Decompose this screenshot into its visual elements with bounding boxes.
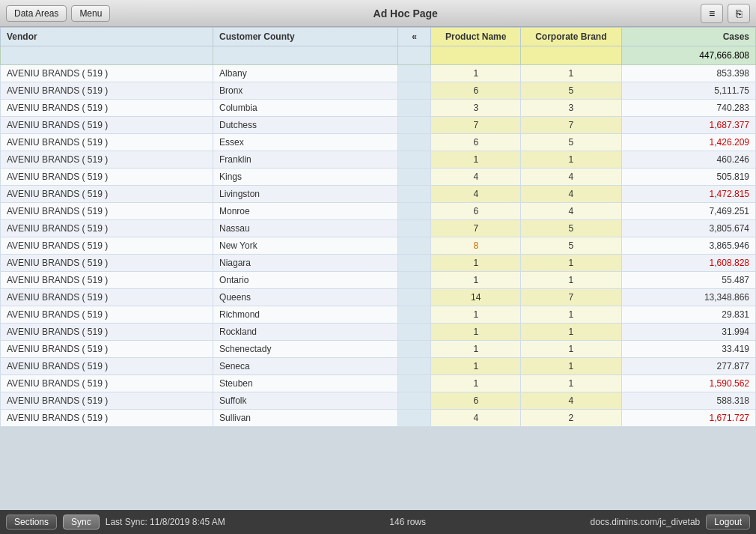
cases-cell: 1,671.727: [621, 410, 755, 427]
sync-button[interactable]: Sync: [63, 515, 100, 530]
vendor-cell: AVENIU BRANDS ( 519 ): [1, 341, 213, 358]
county-cell: Livingston: [213, 186, 398, 203]
share-icon-button[interactable]: ⎘: [728, 4, 750, 23]
product-cell: 6: [431, 134, 521, 151]
product-cell: 1: [431, 255, 521, 272]
product-cell: 1: [431, 375, 521, 392]
county-cell: Bronx: [213, 82, 398, 100]
product-cell: 14: [431, 289, 521, 306]
table-row: AVENIU BRANDS ( 519 )Rockland1131.994: [1, 324, 756, 341]
table-row: AVENIU BRANDS ( 519 )Kings44505.819: [1, 169, 756, 186]
county-cell: Queens: [213, 289, 398, 306]
arrow-cell: [397, 186, 431, 203]
subtotal-corporate-empty: [521, 46, 622, 65]
product-cell: 6: [431, 203, 521, 220]
corporate-cell: 4: [521, 392, 622, 410]
subtotal-county-empty: [213, 46, 398, 65]
table-scroll-area[interactable]: Vendor Customer County « Product Name Co…: [0, 27, 756, 510]
table-row: AVENIU BRANDS ( 519 )Albany11853.398: [1, 65, 756, 82]
arrow-cell: [397, 117, 431, 134]
table-row: AVENIU BRANDS ( 519 )Franklin11460.246: [1, 151, 756, 169]
cases-cell: 505.819: [621, 169, 755, 186]
table-row: AVENIU BRANDS ( 519 )Suffolk64588.318: [1, 392, 756, 410]
subtotal-arrow-empty: [397, 46, 431, 65]
vendor-cell: AVENIU BRANDS ( 519 ): [1, 169, 213, 186]
vendor-cell: AVENIU BRANDS ( 519 ): [1, 272, 213, 289]
app-footer: Sections Sync Last Sync: 11/8/2019 8:45 …: [0, 510, 756, 534]
cases-cell: 1,426.209: [621, 134, 755, 151]
product-cell: 1: [431, 151, 521, 169]
website-url: docs.dimins.com/jc_divetab: [591, 517, 701, 527]
corporate-cell: 2: [521, 410, 622, 427]
corporate-cell: 7: [521, 289, 622, 306]
hamburger-icon-button[interactable]: ≡: [701, 4, 723, 23]
table-row: AVENIU BRANDS ( 519 )Essex651,426.209: [1, 134, 756, 151]
arrow-column-header[interactable]: «: [397, 28, 431, 46]
vendor-cell: AVENIU BRANDS ( 519 ): [1, 220, 213, 237]
last-sync-status: Last Sync: 11/8/2019 8:45 AM: [106, 517, 225, 527]
corporate-cell: 5: [521, 134, 622, 151]
county-cell: Schenectady: [213, 341, 398, 358]
table-row: AVENIU BRANDS ( 519 )Schenectady1133.419: [1, 341, 756, 358]
county-cell: Essex: [213, 134, 398, 151]
arrow-cell: [397, 203, 431, 220]
vendor-cell: AVENIU BRANDS ( 519 ): [1, 151, 213, 169]
county-cell: Steuben: [213, 375, 398, 392]
arrow-cell: [397, 410, 431, 427]
corporate-cell: 1: [521, 358, 622, 375]
menu-button[interactable]: Menu: [71, 5, 110, 22]
arrow-cell: [397, 341, 431, 358]
arrow-cell: [397, 375, 431, 392]
arrow-cell: [397, 272, 431, 289]
table-row: AVENIU BRANDS ( 519 )Ontario1155.487: [1, 272, 756, 289]
subtotal-row: 447,666.808: [1, 46, 756, 65]
table-row: AVENIU BRANDS ( 519 )Livingston441,472.8…: [1, 186, 756, 203]
subtotal-cases-value: 447,666.808: [621, 46, 755, 65]
arrow-cell: [397, 151, 431, 169]
subtotal-product-empty: [431, 46, 521, 65]
vendor-cell: AVENIU BRANDS ( 519 ): [1, 392, 213, 410]
product-cell: 7: [431, 117, 521, 134]
arrow-cell: [397, 392, 431, 410]
county-cell: Kings: [213, 169, 398, 186]
table-row: AVENIU BRANDS ( 519 )Dutchess771,687.377: [1, 117, 756, 134]
data-table: Vendor Customer County « Product Name Co…: [0, 27, 756, 427]
logout-button[interactable]: Logout: [706, 515, 750, 530]
table-row: AVENIU BRANDS ( 519 )Monroe647,469.251: [1, 203, 756, 220]
cases-cell: 853.398: [621, 65, 755, 82]
cases-cell: 29.831: [621, 306, 755, 324]
product-name-column-header: Product Name: [431, 28, 521, 46]
cases-column-header: Cases: [621, 28, 755, 46]
corporate-cell: 1: [521, 255, 622, 272]
county-cell: Seneca: [213, 358, 398, 375]
page-title: Ad Hoc Page: [110, 7, 701, 19]
subtotal-vendor-empty: [1, 46, 213, 65]
corporate-cell: 1: [521, 324, 622, 341]
data-areas-button[interactable]: Data Areas: [6, 5, 67, 22]
header-left-buttons: Data Areas Menu: [6, 5, 110, 22]
vendor-cell: AVENIU BRANDS ( 519 ): [1, 237, 213, 255]
county-cell: New York: [213, 237, 398, 255]
vendor-cell: AVENIU BRANDS ( 519 ): [1, 134, 213, 151]
corporate-cell: 4: [521, 169, 622, 186]
corporate-cell: 1: [521, 341, 622, 358]
corporate-cell: 4: [521, 186, 622, 203]
product-cell: 6: [431, 392, 521, 410]
cases-cell: 31.994: [621, 324, 755, 341]
county-cell: Suffolk: [213, 392, 398, 410]
table-row: AVENIU BRANDS ( 519 )Niagara111,608.828: [1, 255, 756, 272]
arrow-cell: [397, 169, 431, 186]
corporate-cell: 5: [521, 82, 622, 100]
sections-button[interactable]: Sections: [6, 515, 57, 530]
cases-cell: 1,687.377: [621, 117, 755, 134]
county-cell: Monroe: [213, 203, 398, 220]
product-cell: 3: [431, 100, 521, 117]
cases-cell: 1,590.562: [621, 375, 755, 392]
table-row: AVENIU BRANDS ( 519 )Seneca11277.877: [1, 358, 756, 375]
vendor-cell: AVENIU BRANDS ( 519 ): [1, 82, 213, 100]
county-cell: Columbia: [213, 100, 398, 117]
row-count: 146 rows: [231, 517, 585, 527]
corporate-cell: 1: [521, 306, 622, 324]
cases-cell: 55.487: [621, 272, 755, 289]
table-row: AVENIU BRANDS ( 519 )New York853,865.946: [1, 237, 756, 255]
